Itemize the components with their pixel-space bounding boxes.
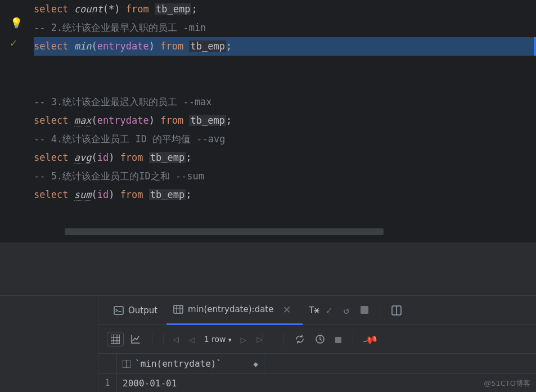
- prev-page-icon[interactable]: ◁: [186, 331, 199, 348]
- tab-label: Output: [128, 305, 157, 316]
- separator: [283, 332, 283, 346]
- results-panel: Output min(entrydate):date ✕ Tx̶ ✓ ↺: [0, 295, 536, 392]
- code-line[interactable]: -- 3.统计该企业最迟入职的员工 --max: [34, 93, 536, 111]
- grid-row[interactable]: 1 2000-01-01: [98, 374, 536, 392]
- separator: [353, 332, 353, 346]
- code-line[interactable]: -- 2.统计该企业最早入职的员工 -min: [34, 19, 536, 37]
- panel-separator[interactable]: [0, 242, 536, 295]
- row-count-label[interactable]: 1 row ▾: [202, 335, 234, 344]
- svg-rect-0: [114, 307, 123, 314]
- tab-label: min(entrydate):date: [188, 304, 273, 314]
- code-line[interactable]: select max(entrydate) from tb_emp;: [34, 111, 536, 130]
- code-line[interactable]: select avg(id) from tb_emp;: [34, 148, 536, 167]
- grid-corner[interactable]: [98, 354, 117, 373]
- result-grid: `min(entrydate)` ◆ 1 2000-01-01: [98, 354, 536, 392]
- code-editor[interactable]: 💡 ✓ select count(*) from tb_emp; -- 2.统计…: [0, 0, 536, 242]
- code-line[interactable]: -- 5.统计该企业员工的ID之和 --sum: [34, 167, 536, 186]
- code-line[interactable]: select count(*) from tb_emp;: [34, 0, 536, 19]
- horizontal-scrollbar[interactable]: [65, 228, 384, 235]
- tab-output[interactable]: Output: [107, 296, 164, 325]
- terminal-icon: [114, 305, 124, 316]
- result-tabs: Output min(entrydate):date ✕ Tx̶ ✓ ↺: [98, 296, 536, 325]
- sort-icon[interactable]: ◆: [254, 359, 258, 368]
- panel-sidebar: [0, 296, 98, 392]
- code-line[interactable]: [34, 74, 536, 93]
- editor-gutter: 💡 ✓: [0, 0, 31, 242]
- auto-refresh-icon[interactable]: [312, 332, 328, 346]
- run-success-icon[interactable]: ✓: [10, 36, 17, 49]
- code-line[interactable]: select sum(id) from tb_emp;: [34, 186, 536, 204]
- column-type-icon: [123, 360, 130, 368]
- separator: [380, 304, 380, 317]
- watermark: @51CTO博客: [484, 379, 530, 389]
- result-toolbar: ⎸◁ ◁ 1 row ▾ ▷ ▷⎸ 📌: [98, 325, 536, 354]
- layout-icon[interactable]: [387, 305, 406, 316]
- next-page-icon[interactable]: ▷: [237, 331, 250, 348]
- pin-icon[interactable]: 📌: [361, 331, 380, 348]
- table-view-icon[interactable]: [107, 332, 124, 346]
- commit-icon[interactable]: ✓: [322, 304, 337, 316]
- code-line-highlighted[interactable]: select min(entrydate) from tb_emp;: [34, 37, 536, 56]
- close-tab-icon[interactable]: ✕: [278, 304, 295, 316]
- cancel-query-icon[interactable]: [332, 331, 345, 348]
- intention-bulb-icon[interactable]: 💡: [10, 17, 22, 29]
- svg-rect-1: [174, 305, 183, 313]
- column-header[interactable]: `min(entrydate)` ◆: [117, 354, 264, 373]
- grid-header: `min(entrydate)` ◆: [98, 354, 536, 374]
- tab-result[interactable]: min(entrydate):date ✕: [166, 296, 302, 325]
- last-page-icon[interactable]: ▷⎸: [253, 331, 275, 348]
- code-area[interactable]: select count(*) from tb_emp; -- 2.统计该企业最…: [31, 0, 536, 242]
- grid-cell[interactable]: 2000-01-01: [117, 374, 264, 392]
- stop-icon[interactable]: [356, 304, 373, 316]
- rollback-icon[interactable]: ↺: [339, 304, 354, 316]
- chart-view-icon[interactable]: [127, 332, 144, 346]
- refresh-icon[interactable]: [291, 332, 308, 346]
- code-line[interactable]: [34, 56, 536, 74]
- row-number[interactable]: 1: [98, 374, 117, 392]
- separator: [152, 332, 152, 346]
- table-icon: [173, 304, 183, 314]
- first-page-icon[interactable]: ⎸◁: [160, 331, 182, 348]
- transaction-label[interactable]: Tx̶: [309, 305, 319, 316]
- code-line[interactable]: -- 4.统计该企业员工 ID 的平均值 --avg: [34, 130, 536, 148]
- column-name: `min(entrydate)`: [135, 358, 222, 369]
- svg-rect-3: [111, 335, 120, 344]
